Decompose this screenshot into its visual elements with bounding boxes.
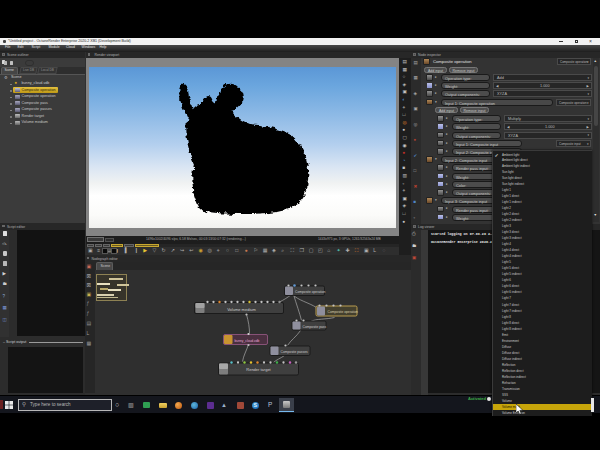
svg-text:Composite operation: Composite operation	[327, 310, 358, 314]
svg-text:bunny_cloud.vdb: bunny_cloud.vdb	[234, 338, 259, 342]
svg-text:Composite operation: Composite operation	[295, 289, 326, 293]
svg-text:Composite pass: Composite pass	[302, 324, 326, 328]
svg-text:Volume medium: Volume medium	[227, 306, 256, 311]
svg-text:Composite passes: Composite passes	[280, 349, 307, 353]
svg-text:Render target: Render target	[246, 367, 271, 372]
